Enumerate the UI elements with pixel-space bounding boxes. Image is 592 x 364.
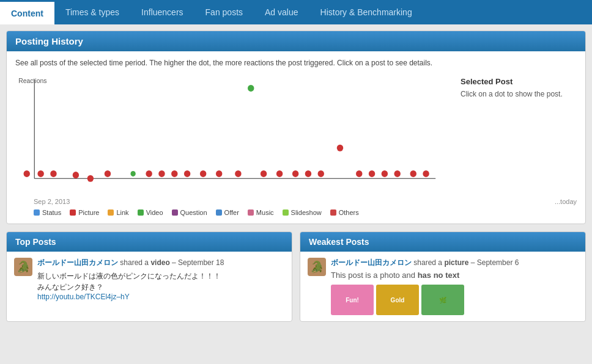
legend-label-others: Others bbox=[339, 209, 359, 216]
top-post-date: September 18 bbox=[178, 258, 224, 267]
legend-label-offer: Offer bbox=[224, 209, 239, 216]
legend-dot-video bbox=[138, 209, 144, 216]
top-post-headline: ボールドー山田カメロン shared a video – September 1… bbox=[37, 258, 284, 268]
chart-dot[interactable] bbox=[292, 170, 298, 177]
posting-history-header: Posting History bbox=[7, 31, 585, 51]
legend-picture: Picture bbox=[70, 209, 99, 216]
legend-label-video: Video bbox=[146, 209, 163, 216]
legend-video: Video bbox=[138, 209, 163, 216]
posting-history-title: Posting History bbox=[15, 36, 83, 46]
chart-dot[interactable] bbox=[216, 170, 222, 177]
chart-dot[interactable] bbox=[24, 170, 30, 177]
top-post-url[interactable]: http://youtu.be/TKCEl4jz–hY bbox=[37, 293, 284, 301]
weakest-post-avatar: 🐊 bbox=[308, 258, 326, 276]
legend-dot-question bbox=[172, 209, 178, 216]
chart-svg[interactable]: Reactions bbox=[15, 73, 448, 195]
chart-dot[interactable] bbox=[146, 170, 152, 177]
top-post-action: shared a video – bbox=[120, 258, 178, 267]
chart-area[interactable]: Reactions bbox=[15, 73, 448, 195]
nav-content[interactable]: Content bbox=[0, 0, 54, 24]
selected-post-panel: Selected Post Click on a dot to show the… bbox=[454, 73, 577, 195]
legend-question: Question bbox=[172, 209, 207, 216]
weakest-post-thumbnails: Fun! Gold 🌿 bbox=[331, 285, 578, 315]
legend-dot-offer bbox=[216, 209, 222, 216]
chart-dot[interactable] bbox=[158, 170, 165, 177]
chart-dot[interactable] bbox=[87, 175, 94, 182]
chart-dot[interactable] bbox=[423, 170, 429, 177]
bottom-panels: Top Posts 🐊 ボールドー山田カメロン shared a video –… bbox=[6, 231, 586, 322]
chart-container: Reactions bbox=[15, 73, 577, 195]
nav-fan-posts[interactable]: Fan posts bbox=[194, 0, 254, 24]
date-end: ...today bbox=[555, 198, 577, 205]
chart-dot[interactable] bbox=[171, 170, 177, 177]
legend-label-slideshow: Slideshow bbox=[291, 209, 322, 216]
chart-dot[interactable] bbox=[73, 172, 79, 178]
legend-label-picture: Picture bbox=[78, 209, 99, 216]
weakest-post-action: shared a picture – bbox=[413, 258, 476, 267]
chart-dot[interactable] bbox=[356, 170, 362, 177]
chart-dot[interactable] bbox=[105, 170, 111, 177]
legend-label-status: Status bbox=[42, 209, 61, 216]
weakest-post-author[interactable]: ボールドー山田カメロン bbox=[331, 258, 412, 267]
chart-dot[interactable] bbox=[305, 170, 311, 177]
legend-label-music: Music bbox=[256, 209, 274, 216]
svg-text:Reactions: Reactions bbox=[18, 76, 46, 84]
weakest-posts-body: 🐊 ボールドー山田カメロン shared a picture – Septemb… bbox=[300, 252, 585, 321]
nav-ad-value[interactable]: Ad value bbox=[254, 0, 309, 24]
chart-dot[interactable] bbox=[261, 170, 267, 177]
top-post-author[interactable]: ボールドー山田カメロン bbox=[37, 258, 118, 267]
top-post-meta: ボールドー山田カメロン shared a video – September 1… bbox=[37, 258, 284, 301]
weakest-post-entry: 🐊 ボールドー山田カメロン shared a picture – Septemb… bbox=[308, 258, 578, 315]
nav-times-types[interactable]: Times & types bbox=[54, 0, 130, 24]
top-post-avatar: 🐊 bbox=[14, 258, 32, 276]
posting-history-body: See all posts of the selected time perio… bbox=[7, 51, 585, 224]
chart-dot[interactable] bbox=[394, 170, 401, 177]
nav-history-benchmarking[interactable]: History & Benchmarking bbox=[309, 0, 423, 24]
thumbnail-2: Gold bbox=[376, 285, 419, 315]
legend-dot-link bbox=[108, 209, 114, 216]
top-posts-header: Top Posts bbox=[7, 232, 292, 252]
legend-link: Link bbox=[108, 209, 128, 216]
posting-history-description: See all posts of the selected time perio… bbox=[15, 59, 577, 67]
chart-dot[interactable] bbox=[369, 170, 375, 177]
selected-post-hint: Click on a dot to show the post. bbox=[461, 90, 571, 98]
legend-offer: Offer bbox=[216, 209, 239, 216]
date-start: Sep 2, 2013 bbox=[34, 198, 70, 205]
legend-dot-picture bbox=[70, 209, 76, 216]
legend-music: Music bbox=[248, 209, 274, 216]
chart-dot[interactable] bbox=[410, 170, 416, 177]
nav-influencers[interactable]: Influencers bbox=[130, 0, 194, 24]
main-content: Posting History See all posts of the sel… bbox=[0, 24, 592, 328]
chart-dot[interactable] bbox=[130, 171, 135, 177]
top-post-line-1: 新しいボールドは液の色がピンクになったんだよ！！！ bbox=[37, 271, 284, 282]
weakest-post-date: September 6 bbox=[477, 258, 519, 267]
chart-dot[interactable] bbox=[248, 85, 254, 92]
top-post-line-2: みんなピンク好き？ bbox=[37, 282, 284, 293]
chart-dot[interactable] bbox=[382, 170, 388, 177]
top-posts-title: Top Posts bbox=[15, 237, 56, 247]
weakest-post-text: This post is a photo and has no text bbox=[331, 271, 578, 280]
chart-dot[interactable] bbox=[184, 170, 190, 177]
chart-dates: Sep 2, 2013 ...today bbox=[34, 198, 577, 205]
top-post-entry: 🐊 ボールドー山田カメロン shared a video – September… bbox=[14, 258, 284, 301]
chart-dot[interactable] bbox=[200, 170, 206, 177]
chart-dot[interactable] bbox=[276, 170, 283, 177]
thumbnail-3: 🌿 bbox=[421, 285, 464, 315]
legend-dot-others bbox=[330, 209, 336, 216]
legend-dot-music bbox=[248, 209, 254, 216]
legend-status: Status bbox=[34, 209, 61, 216]
chart-dot[interactable] bbox=[50, 170, 56, 177]
legend-dot-slideshow bbox=[283, 209, 289, 216]
thumbnail-1: Fun! bbox=[331, 285, 374, 315]
chart-dot[interactable] bbox=[318, 170, 324, 177]
top-posts-body: 🐊 ボールドー山田カメロン shared a video – September… bbox=[7, 252, 292, 307]
weakest-post-meta: ボールドー山田カメロン shared a picture – September… bbox=[331, 258, 578, 315]
chart-dot[interactable] bbox=[37, 170, 43, 177]
legend-dot-status bbox=[34, 209, 40, 216]
chart-dot[interactable] bbox=[235, 170, 241, 177]
chart-dot[interactable] bbox=[337, 145, 343, 151]
legend-label-link: Link bbox=[116, 209, 128, 216]
weakest-post-headline: ボールドー山田カメロン shared a picture – September… bbox=[331, 258, 578, 268]
legend-label-question: Question bbox=[180, 209, 207, 216]
legend-slideshow: Slideshow bbox=[283, 209, 322, 216]
